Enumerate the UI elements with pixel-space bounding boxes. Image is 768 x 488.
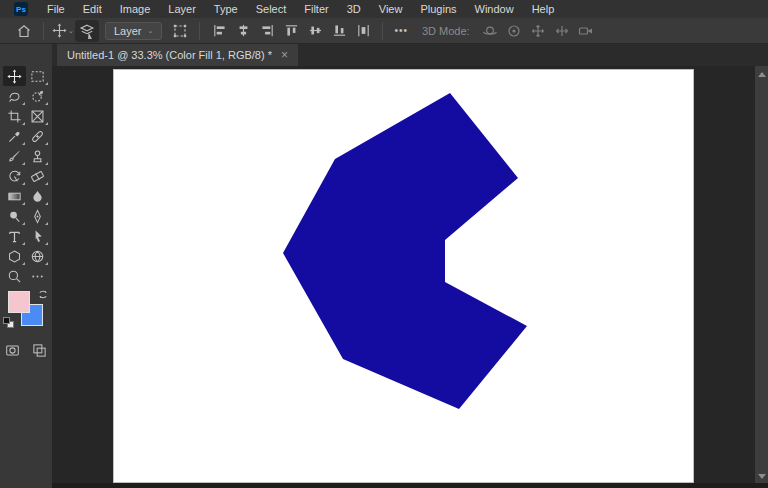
show-transform-controls-toggle[interactable] [168, 20, 192, 42]
align-top-edges-button[interactable] [279, 20, 303, 42]
object-selection-icon [30, 89, 45, 104]
home-button[interactable] [12, 20, 36, 42]
menu-view[interactable]: View [370, 1, 412, 17]
eyedropper-tool[interactable] [3, 126, 26, 146]
align-top-icon [284, 23, 299, 38]
align-bottom-icon [332, 23, 347, 38]
move-tool[interactable] [3, 66, 26, 86]
menu-window[interactable]: Window [466, 1, 523, 17]
move-icon [7, 69, 22, 84]
dodge-tool[interactable] [3, 206, 26, 226]
brush-tool[interactable] [3, 146, 26, 166]
lasso-tool[interactable] [3, 86, 26, 106]
separator [382, 22, 383, 40]
clone-stamp-tool[interactable] [26, 146, 49, 166]
transform-controls-icon [172, 23, 188, 39]
document-canvas[interactable] [114, 70, 693, 482]
menu-plugins[interactable]: Plugins [411, 1, 465, 17]
foreground-color-swatch[interactable] [8, 291, 30, 313]
vertical-scrollbar[interactable] [755, 66, 768, 483]
blur-drop-icon [30, 189, 45, 204]
selection-arrow-icon [30, 229, 45, 244]
quick-mask-icon[interactable] [5, 343, 20, 358]
align-bottom-edges-button[interactable] [327, 20, 351, 42]
eyedropper-icon [7, 129, 22, 144]
3d-roll-button[interactable] [502, 20, 526, 42]
tools-grid [0, 44, 52, 286]
menu-items: File Edit Image Layer Type Select Filter… [38, 1, 563, 17]
menu-edit[interactable]: Edit [74, 1, 111, 17]
dodge-icon [7, 209, 22, 224]
magnifier-icon [7, 269, 22, 284]
horizontal-scrollbar[interactable] [52, 483, 768, 488]
color-fill-shape[interactable] [283, 93, 527, 409]
hand-tool[interactable] [26, 246, 49, 266]
type-tool[interactable] [3, 226, 26, 246]
move-icon [52, 23, 67, 38]
toolbar-bottom-buttons [0, 343, 52, 358]
menu-3d[interactable]: 3D [338, 1, 370, 17]
align-vertical-centers-button[interactable] [303, 20, 327, 42]
shape-tool[interactable] [3, 246, 26, 266]
healing-brush-tool[interactable] [26, 126, 49, 146]
swap-colors-icon[interactable] [38, 289, 49, 300]
auto-select-target-dropdown[interactable]: Layer ⌄ [105, 22, 162, 40]
align-horizontal-centers-button[interactable] [231, 20, 255, 42]
photoshop-window: Ps File Edit Image Layer Type Select Fil… [0, 0, 768, 488]
scroll-up-icon[interactable] [758, 72, 766, 77]
menu-help[interactable]: Help [523, 1, 564, 17]
pen-tool[interactable] [26, 206, 49, 226]
auto-select-toggle[interactable] [75, 20, 99, 42]
object-selection-tool[interactable] [26, 86, 49, 106]
menu-select[interactable]: Select [247, 1, 296, 17]
edit-toolbar-button[interactable] [26, 266, 49, 286]
frame-tool[interactable] [26, 106, 49, 126]
color-swatches [0, 289, 52, 335]
menu-layer[interactable]: Layer [159, 1, 205, 17]
crop-tool[interactable] [3, 106, 26, 126]
menu-image[interactable]: Image [111, 1, 160, 17]
history-brush-tool[interactable] [3, 166, 26, 186]
document-tab[interactable]: Untitled-1 @ 33.3% (Color Fill 1, RGB/8)… [57, 44, 298, 66]
3d-slide-button[interactable] [550, 20, 574, 42]
align-right-icon [260, 23, 275, 38]
move-tool-preset[interactable]: ⌄ [51, 20, 75, 42]
menu-filter[interactable]: Filter [295, 1, 337, 17]
separator [43, 22, 44, 40]
auto-select-target-value: Layer [114, 25, 142, 37]
hand-globe-icon [30, 249, 45, 264]
lasso-icon [7, 89, 22, 104]
gradient-tool[interactable] [3, 186, 26, 206]
path-selection-tool[interactable] [26, 226, 49, 246]
history-brush-icon [7, 169, 22, 184]
3d-pan-button[interactable] [526, 20, 550, 42]
3d-slide-icon [554, 23, 570, 39]
screen-mode-icon[interactable] [32, 343, 47, 358]
chevron-down-icon: ⌄ [148, 27, 154, 35]
photoshop-logo-icon: Ps [14, 2, 28, 16]
align-left-edges-button[interactable] [207, 20, 231, 42]
eraser-icon [30, 169, 45, 184]
3d-orbit-icon [482, 23, 498, 39]
3d-mode-label: 3D Mode: [422, 25, 470, 37]
tools-panel [0, 44, 52, 488]
3d-orbit-button[interactable] [478, 20, 502, 42]
more-align-options-button[interactable]: ••• [390, 25, 412, 36]
eraser-tool[interactable] [26, 166, 49, 186]
frame-icon [30, 109, 45, 124]
clone-stamp-icon [30, 149, 45, 164]
zoom-tool[interactable] [3, 266, 26, 286]
3d-camera-button[interactable] [574, 20, 598, 42]
3d-roll-icon [506, 23, 522, 39]
align-left-icon [212, 23, 227, 38]
align-right-edges-button[interactable] [255, 20, 279, 42]
distribute-horizontal-icon [356, 23, 371, 38]
scroll-down-icon[interactable] [758, 474, 766, 479]
menu-type[interactable]: Type [205, 1, 247, 17]
menu-file[interactable]: File [38, 1, 74, 17]
default-colors-icon[interactable] [3, 317, 14, 328]
blur-tool[interactable] [26, 186, 49, 206]
distribute-horizontal-button[interactable] [351, 20, 375, 42]
tab-close-icon[interactable]: × [281, 49, 288, 61]
rectangular-marquee-tool[interactable] [26, 66, 49, 86]
